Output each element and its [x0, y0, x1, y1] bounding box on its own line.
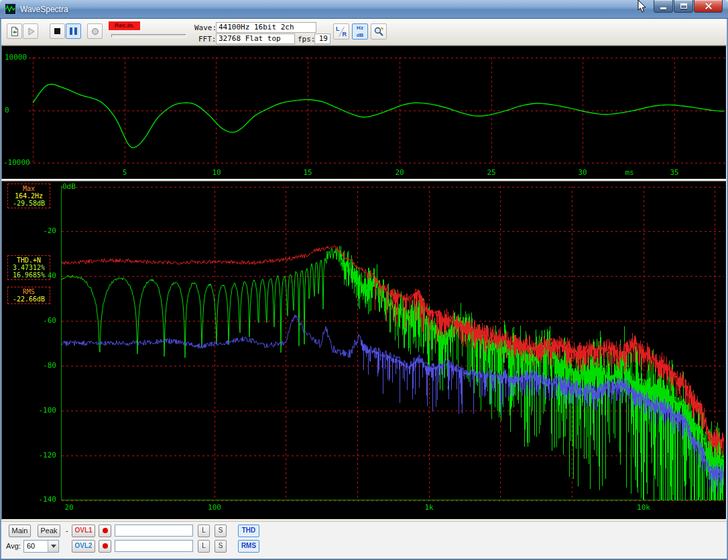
spec-ytick-0db: 0dB	[62, 182, 76, 191]
spec-ytick-140: -140	[2, 495, 58, 504]
ovl2-name-input[interactable]	[115, 540, 193, 552]
ovl1-save-button[interactable]: S	[215, 524, 227, 537]
rms-toggle-button[interactable]: RMS	[238, 540, 259, 553]
avg-count-select[interactable]: 60	[23, 540, 59, 553]
wave-ytick-min: -10000	[3, 158, 30, 167]
input-level-slider[interactable]	[111, 34, 186, 38]
pause-button[interactable]	[66, 23, 81, 39]
wave-xtick-30: 30	[578, 168, 587, 177]
hz-db-axis-button[interactable]: Hz dB	[352, 23, 368, 40]
ovl1-record-button[interactable]	[99, 524, 111, 537]
wave-x-unit: ms	[625, 168, 633, 177]
ovl2-button[interactable]: OVL2	[72, 540, 95, 553]
record-button[interactable]	[87, 23, 103, 39]
fps-field: 19	[314, 33, 330, 44]
bottom-bar: Main Peak - OVL1 L S THD Avg: 60 OVL2 L …	[1, 521, 727, 559]
maximize-icon	[680, 3, 687, 9]
ovl1-record-icon	[103, 528, 108, 533]
ovl2-save-button[interactable]: S	[215, 540, 227, 553]
rms-readout: RMS -22.66dB	[7, 287, 50, 304]
spec-ytick-120: -120	[2, 451, 58, 460]
titlebar: WaveSpectra	[0, 0, 728, 19]
waveform-panel: 10000 0 -10000 5 10 15 20 25 30 ms 35	[1, 46, 727, 180]
wave-xtick-5: 5	[123, 168, 127, 177]
wave-ytick-zero: 0	[5, 106, 9, 115]
avg-dropdown-button[interactable]	[48, 541, 58, 552]
chevron-down-icon	[51, 545, 56, 548]
app-icon	[5, 3, 16, 15]
spec-xtick-10k: 10k	[637, 503, 650, 512]
waveform-canvas	[2, 46, 726, 179]
ovl1-name-input[interactable]	[115, 524, 193, 537]
rec-in-indicator: Rec.In.	[109, 21, 140, 30]
wave-xtick-10: 10	[212, 168, 221, 177]
wave-format-field: 44100Hz 16bit 2ch	[216, 22, 316, 33]
max-readout-label: Max	[8, 185, 50, 192]
wave-xtick-25: 25	[487, 168, 495, 177]
window-title: WaveSpectra	[20, 5, 68, 14]
ovl2-record-icon	[103, 543, 108, 549]
wave-xtick-15: 15	[303, 168, 312, 177]
fps-label: fps:	[298, 35, 316, 44]
mouse-cursor	[638, 0, 647, 13]
ovl1-button[interactable]: OVL1	[72, 524, 95, 537]
ovl1-separator: -	[66, 527, 68, 535]
spec-xtick-100: 100	[208, 503, 221, 512]
max-readout-level: -29.58dB	[8, 200, 50, 207]
wave-ytick-max: 10000	[5, 53, 27, 62]
wave-label: Wave:	[194, 23, 217, 32]
avg-count-value: 60	[27, 542, 35, 550]
spec-ytick-40: -40	[2, 271, 58, 280]
ovl2-load-button[interactable]: L	[198, 540, 210, 553]
fft-setting-field: 32768 Flat top	[216, 33, 295, 44]
ovl1-load-button[interactable]: L	[198, 524, 210, 537]
minimize-icon	[660, 7, 666, 9]
spec-ytick-20: -20	[2, 226, 58, 235]
play-button[interactable]	[23, 23, 38, 39]
avg-label: Avg:	[6, 542, 21, 550]
toolbar: Rec.In. Wave: 44100Hz 16bit 2ch FFT: 327…	[1, 19, 727, 46]
rms-readout-label: RMS	[8, 288, 50, 295]
spec-xtick-20: 20	[64, 503, 73, 512]
pause-icon	[70, 27, 77, 35]
max-readout-freq: 164.2Hz	[8, 192, 50, 200]
settings-button[interactable]	[371, 23, 387, 40]
close-button[interactable]	[694, 0, 723, 13]
play-icon	[26, 27, 36, 36]
settings-magnifier-icon	[373, 26, 385, 38]
channel-r-label: R	[343, 31, 347, 38]
db-label: dB	[353, 31, 367, 39]
stop-icon	[54, 28, 60, 34]
stop-button[interactable]	[50, 23, 65, 39]
thd-readout-label: THD.+N	[8, 257, 50, 264]
maximize-button[interactable]	[674, 0, 693, 13]
channel-l-label: L	[336, 25, 340, 32]
hz-label: Hz	[353, 24, 367, 31]
open-button[interactable]	[7, 23, 22, 39]
rms-readout-value: -22.66dB	[8, 295, 50, 303]
record-icon	[92, 28, 99, 35]
spec-xtick-1k: 1k	[424, 503, 433, 512]
wave-xtick-20: 20	[395, 168, 404, 177]
spectrum-panel: Max 164.2Hz -29.58dB THD.+N 3.47312% 16.…	[1, 181, 727, 520]
spectrum-canvas	[2, 182, 726, 519]
minimize-button[interactable]	[654, 0, 673, 13]
thd-toggle-button[interactable]: THD	[238, 524, 259, 537]
close-icon	[705, 2, 713, 10]
thd-readout-value1: 3.47312%	[8, 264, 50, 271]
ovl2-record-button[interactable]	[99, 540, 111, 553]
wave-xtick-35: 35	[670, 168, 678, 177]
spec-ytick-80: -80	[2, 361, 58, 370]
channel-lr-button[interactable]: L R	[333, 23, 349, 40]
main-tab-button[interactable]: Main	[9, 524, 31, 537]
open-file-icon	[9, 26, 20, 37]
spec-ytick-100: -100	[2, 406, 58, 415]
fft-label: FFT:	[198, 35, 217, 44]
spec-ytick-60: -60	[2, 316, 58, 325]
peak-tab-button[interactable]: Peak	[38, 524, 60, 537]
max-readout: Max 164.2Hz -29.58dB	[7, 184, 50, 208]
app-window: WaveSpectra Rec.In.	[0, 0, 728, 560]
